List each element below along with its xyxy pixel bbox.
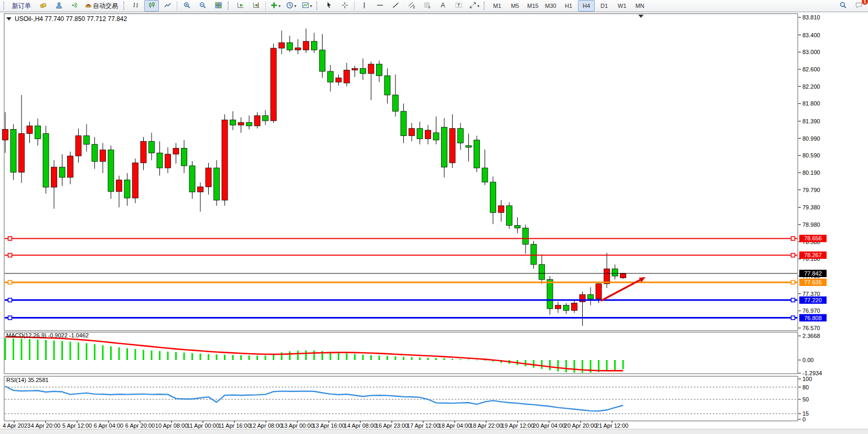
- line-handle[interactable]: [8, 237, 12, 240]
- price-tick-label: 83.810: [802, 14, 820, 20]
- line-handle[interactable]: [791, 280, 795, 284]
- rsi-pane[interactable]: [4, 376, 798, 421]
- macd-histogram-bar: [297, 351, 299, 360]
- bar-chart-icon[interactable]: [128, 0, 143, 12]
- rsi-axis-label: 50: [802, 396, 809, 403]
- timeframe-m15[interactable]: M15: [524, 0, 541, 12]
- line-handle[interactable]: [791, 237, 795, 240]
- toolbar-grip[interactable]: [228, 2, 231, 10]
- macd-histogram-bar: [314, 351, 315, 360]
- search-icon[interactable]: [835, 0, 850, 12]
- candle: [149, 141, 155, 153]
- macd-histogram-bar: [240, 355, 242, 360]
- macd-histogram-bar: [582, 360, 583, 373]
- toolbar-grip[interactable]: [484, 2, 487, 10]
- vline-icon[interactable]: [357, 0, 371, 12]
- time-tick-label: 13 Apr 16:00: [313, 422, 345, 429]
- line-chart-icon[interactable]: [160, 0, 175, 12]
- toolbar-grip[interactable]: [123, 2, 126, 10]
- new-order-button[interactable]: 新订单: [8, 0, 35, 12]
- dropdown-caret-icon[interactable]: ▾: [294, 4, 296, 8]
- chart-shift-icon[interactable]: [249, 0, 263, 12]
- dropdown-caret-icon[interactable]: ▾: [477, 4, 479, 8]
- trendline-icon[interactable]: [388, 0, 403, 12]
- timeframe-mn[interactable]: MN: [631, 0, 648, 12]
- indicators-icon[interactable]: ▾: [268, 0, 283, 12]
- macd-histogram-bar: [435, 358, 437, 360]
- candle: [482, 168, 488, 182]
- candle: [547, 280, 553, 309]
- dropdown-caret-icon[interactable]: ▾: [310, 4, 312, 8]
- line-handle[interactable]: [791, 253, 795, 257]
- candle: [271, 48, 276, 121]
- price-tick-label: 82.200: [802, 83, 820, 90]
- price-tick-label: 80.990: [802, 135, 820, 142]
- zoom-out-icon[interactable]: [195, 0, 210, 12]
- macd-histogram-bar: [135, 349, 136, 360]
- line-handle[interactable]: [791, 298, 795, 302]
- candle: [157, 153, 163, 168]
- timeframe-m30[interactable]: M30: [542, 0, 559, 12]
- autotrading-button[interactable]: 自动交易: [83, 0, 121, 12]
- timeframe-w1[interactable]: W1: [614, 0, 630, 12]
- line-handle[interactable]: [8, 280, 12, 284]
- candle: [116, 180, 122, 192]
- candle: [173, 148, 179, 154]
- autoscroll-icon[interactable]: [233, 0, 248, 12]
- line-handle[interactable]: [791, 316, 795, 320]
- timeframe-h4[interactable]: H4: [578, 0, 595, 12]
- candle: [206, 168, 211, 187]
- label-icon[interactable]: T: [451, 0, 466, 12]
- periods-icon[interactable]: ▾: [284, 0, 298, 12]
- new-order-button-label: 新订单: [10, 2, 33, 10]
- time-tick-label: 17 Apr 12:00: [407, 422, 440, 429]
- toolbar-grip[interactable]: [316, 2, 319, 10]
- line-handle[interactable]: [8, 298, 12, 302]
- cursor-icon[interactable]: [322, 0, 336, 12]
- rsi-axis-label: 100: [802, 376, 812, 382]
- candle: [409, 129, 415, 136]
- coin-icon[interactable]: [36, 0, 50, 12]
- crosshair-icon[interactable]: [337, 0, 352, 12]
- macd-pane[interactable]: [4, 332, 798, 374]
- price-tick-label: 81.800: [802, 100, 820, 107]
- line-handle[interactable]: [8, 253, 12, 257]
- toolbar-separator: [265, 1, 266, 10]
- price-tick-label: 78.980: [802, 221, 820, 228]
- timeframe-m5[interactable]: M5: [507, 0, 523, 12]
- macd-histogram-bar: [53, 341, 55, 360]
- candle: [84, 136, 90, 144]
- user-icon: [55, 2, 63, 10]
- chart-canvas[interactable]: 83.81083.40083.00082.60082.20081.80081.3…: [0, 13, 868, 429]
- user-icon[interactable]: [51, 0, 66, 12]
- shapes-icon[interactable]: ▾: [467, 0, 481, 12]
- candle: [68, 156, 73, 177]
- macd-histogram-bar: [224, 355, 226, 360]
- macd-histogram-bar: [37, 340, 39, 360]
- hline-icon[interactable]: [372, 0, 387, 12]
- dropdown-caret-icon[interactable]: ▾: [278, 4, 281, 8]
- toolbar-grip[interactable]: [3, 2, 6, 10]
- fibonacci-icon[interactable]: F: [420, 0, 434, 12]
- macd-histogram-bar: [403, 357, 404, 360]
- candle-chart-icon[interactable]: [144, 0, 159, 12]
- zoom-out-icon: [199, 2, 207, 10]
- zoom-in-icon[interactable]: [179, 0, 194, 12]
- time-tick-label: 18 Apr 22:00: [470, 422, 502, 429]
- signals-icon[interactable]: [67, 0, 82, 12]
- timeframe-h1[interactable]: H1: [560, 0, 577, 12]
- text-icon[interactable]: A: [435, 0, 450, 12]
- tile-windows-icon[interactable]: [211, 0, 226, 12]
- candle: [498, 206, 504, 213]
- macd-histogram-bar: [484, 360, 486, 361]
- chat-icon[interactable]: 1: [851, 0, 866, 12]
- candle: [59, 167, 65, 177]
- macd-histogram-bar: [21, 338, 23, 360]
- line-handle[interactable]: [8, 316, 12, 320]
- price-tick-label: 81.390: [802, 118, 820, 124]
- candle: [425, 130, 431, 139]
- channel-icon[interactable]: E: [404, 0, 419, 12]
- timeframe-m1[interactable]: M1: [489, 0, 506, 12]
- templates-icon[interactable]: ▾: [299, 0, 314, 12]
- timeframe-d1[interactable]: D1: [596, 0, 613, 12]
